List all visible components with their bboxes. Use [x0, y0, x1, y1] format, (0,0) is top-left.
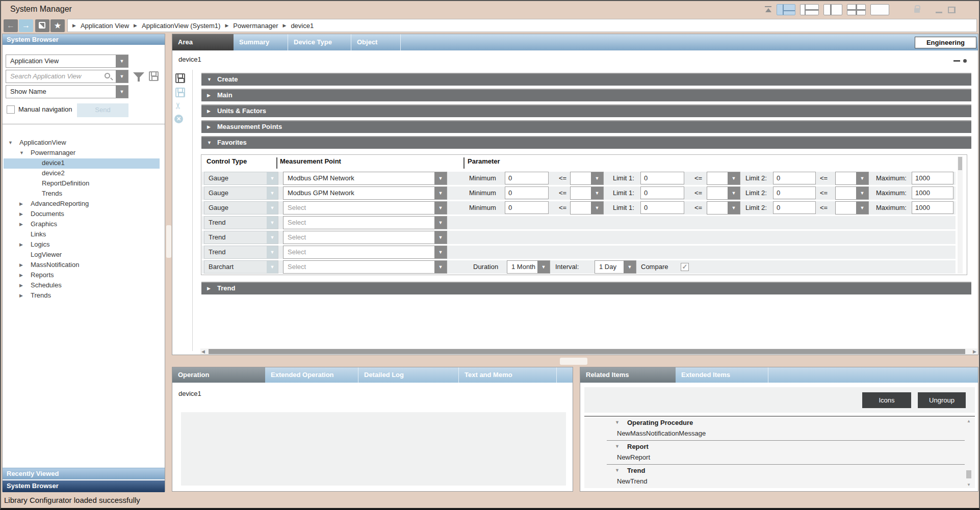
discard-icon[interactable]: ✕	[174, 114, 188, 126]
tree-item-advancedreporting[interactable]: ▶AdvancedReporting	[4, 199, 160, 209]
tab-summary[interactable]: Summary	[234, 34, 288, 50]
dropdown-arrow-icon[interactable]: ▼	[434, 246, 447, 258]
measurement-point-dropdown[interactable]: Select▼	[283, 216, 447, 229]
minimum-input[interactable]: 0	[505, 172, 549, 184]
dropdown-arrow-icon[interactable]: ▼	[856, 202, 868, 214]
tree-item-applicationview[interactable]: ▼ApplicationView	[4, 138, 160, 148]
minimum-operator-dropdown[interactable]: ▼	[570, 201, 604, 214]
recently-viewed-bar[interactable]: Recently Viewed	[3, 468, 165, 479]
related-item[interactable]: NewTrend	[584, 476, 975, 487]
tab-extended-operation[interactable]: Extended Operation	[265, 367, 358, 383]
related-group-operating-procedure[interactable]: ▼Operating Procedure	[584, 418, 975, 428]
dropdown-arrow-icon[interactable]: ▼	[624, 261, 636, 273]
tree-expanded-icon[interactable]: ▼	[19, 150, 24, 155]
limit2-operator-dropdown[interactable]: ▼	[835, 201, 869, 214]
section-trend[interactable]: ▶ Trend	[201, 282, 971, 294]
dropdown-arrow-icon[interactable]: ▼	[267, 261, 278, 273]
tab-extended-items[interactable]: Extended Items	[676, 367, 768, 383]
duration-dropdown[interactable]: 1 Month▼	[507, 260, 550, 274]
control-type-dropdown[interactable]: Trend▼	[204, 231, 278, 244]
limit2-input[interactable]: 0	[773, 172, 816, 184]
related-item[interactable]: NewMassNotificationMessage	[584, 428, 975, 439]
limit1-operator-dropdown[interactable]: ▼	[707, 201, 740, 214]
maximum-input[interactable]: 1000	[912, 172, 953, 184]
section-favorites[interactable]: ▼ Favorites	[201, 136, 971, 149]
tree-item-logviewer[interactable]: LogViewer	[4, 250, 160, 260]
dropdown-arrow-icon[interactable]: ▼	[267, 172, 278, 184]
tree-item-links[interactable]: Links	[4, 230, 160, 240]
search-input[interactable]: Search Application View	[10, 70, 81, 83]
send-button[interactable]: Send	[77, 103, 128, 117]
compare-checkbox[interactable]: ✓	[681, 263, 689, 271]
dropdown-arrow-icon[interactable]: ▼	[434, 187, 447, 199]
limit2-operator-dropdown[interactable]: ▼	[835, 172, 869, 185]
section-units-factors[interactable]: ▶ Units & Factors	[201, 104, 971, 117]
view-selector-dropdown[interactable]: Application View ▼	[6, 55, 128, 68]
dropdown-arrow-icon[interactable]: ▼	[267, 246, 278, 258]
dropdown-arrow-icon[interactable]: ▼	[728, 187, 740, 199]
control-type-dropdown[interactable]: Gauge▼	[204, 186, 278, 200]
measurement-point-dropdown[interactable]: Select▼	[283, 201, 447, 214]
limit2-input[interactable]: 0	[773, 201, 816, 214]
tree-item-massnotification[interactable]: ▶MassNotification	[4, 260, 160, 271]
dropdown-arrow-icon[interactable]: ▼	[434, 231, 447, 244]
tree-item-device1[interactable]: device1	[4, 158, 160, 169]
tree-item-powermanager[interactable]: ▼Powermanager	[4, 148, 160, 158]
tree-expanded-icon[interactable]: ▼	[615, 420, 620, 425]
tree-collapsed-icon[interactable]: ▶	[19, 283, 23, 288]
tree-item-reports[interactable]: ▶Reports	[4, 271, 160, 281]
measurement-point-dropdown[interactable]: Modbus GPM Network▼	[283, 172, 447, 185]
dropdown-arrow-icon[interactable]: ▼	[856, 187, 868, 199]
limit2-input[interactable]: 0	[773, 186, 816, 199]
control-type-dropdown[interactable]: Barchart▼	[204, 260, 278, 274]
system-browser-bar[interactable]: System Browser	[3, 480, 165, 492]
favorites-button[interactable]: ★	[50, 19, 65, 32]
tree-collapsed-icon[interactable]: ▶	[19, 293, 23, 298]
tab-area[interactable]: Area	[172, 34, 234, 50]
minimum-operator-dropdown[interactable]: ▼	[570, 172, 604, 185]
tree-item-schedules[interactable]: ▶Schedules	[4, 281, 160, 291]
dropdown-arrow-icon[interactable]: ▼	[537, 261, 550, 273]
dropdown-arrow-icon[interactable]: ▼	[116, 86, 128, 98]
scroll-left-icon[interactable]: ◀	[201, 348, 205, 355]
dropdown-arrow-icon[interactable]: ▼	[116, 55, 128, 67]
related-group-report[interactable]: ▼Report	[584, 442, 975, 452]
table-scrollbar-thumb[interactable]	[958, 157, 962, 170]
dropdown-arrow-icon[interactable]: ▼	[728, 202, 740, 214]
history-button[interactable]	[35, 19, 49, 32]
scroll-right-icon[interactable]: ▶	[973, 348, 976, 355]
horizontal-scrollbar-thumb[interactable]	[209, 349, 965, 354]
save-icon[interactable]	[174, 73, 188, 85]
limit1-input[interactable]: 0	[640, 172, 684, 184]
dropdown-arrow-icon[interactable]: ▼	[591, 172, 603, 184]
scroll-up-icon[interactable]: ▲	[967, 419, 971, 423]
tree-item-trends[interactable]: Trends	[4, 189, 160, 199]
tree-item-trends[interactable]: ▶Trends	[4, 291, 160, 301]
dropdown-arrow-icon[interactable]: ▼	[728, 172, 740, 184]
layout-single-button[interactable]	[870, 4, 889, 15]
maximum-input[interactable]: 1000	[912, 186, 953, 199]
limit1-operator-dropdown[interactable]: ▼	[707, 172, 740, 185]
breadcrumb-item[interactable]: Application View	[81, 22, 129, 30]
breadcrumb-item[interactable]: device1	[291, 22, 314, 30]
section-main[interactable]: ▶ Main	[201, 89, 971, 101]
tree-item-logics[interactable]: ▶Logics	[4, 240, 160, 250]
tab-operation[interactable]: Operation	[172, 367, 265, 383]
limit1-input[interactable]: 0	[640, 186, 684, 199]
tree-collapsed-icon[interactable]: ▶	[19, 262, 23, 267]
dropdown-arrow-icon[interactable]: ▼	[434, 202, 447, 214]
scroll-down-icon[interactable]: ▼	[967, 482, 971, 487]
tree-collapsed-icon[interactable]: ▶	[19, 201, 23, 206]
ungroup-button[interactable]: Ungroup	[918, 392, 966, 408]
control-type-dropdown[interactable]: Trend▼	[204, 246, 278, 259]
restore-button[interactable]	[948, 7, 956, 13]
related-vertical-scrollbar[interactable]: ▲ ▼	[966, 418, 972, 488]
control-type-dropdown[interactable]: Gauge▼	[204, 201, 278, 214]
lock-icon[interactable]	[914, 8, 920, 13]
related-item[interactable]: NewReport	[584, 452, 975, 463]
tree-expanded-icon[interactable]: ▼	[615, 444, 620, 449]
tab-object-configurator[interactable]: Object Configurator	[351, 34, 401, 50]
dropdown-arrow-icon[interactable]: ▼	[267, 231, 278, 244]
back-button[interactable]: ←	[4, 19, 18, 32]
dropdown-arrow-icon[interactable]: ▼	[591, 202, 603, 214]
